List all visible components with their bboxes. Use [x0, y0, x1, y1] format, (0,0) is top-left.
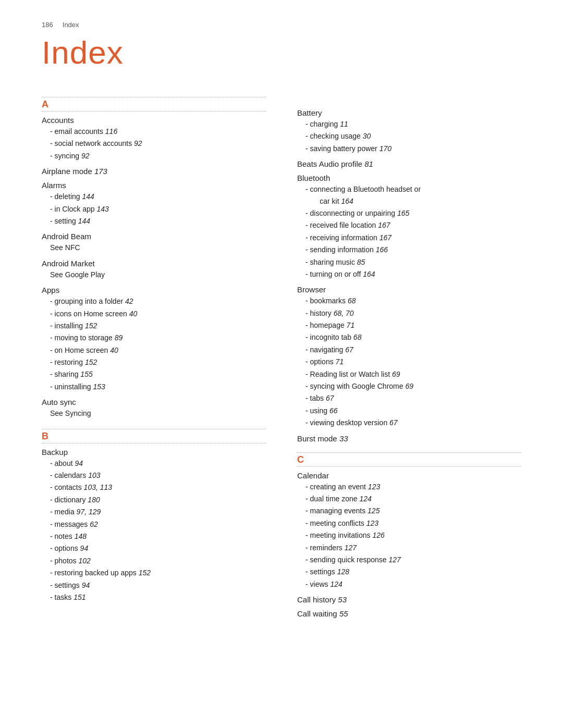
- entry-sub: - messages 62: [42, 519, 266, 530]
- section-letter-b: B: [42, 429, 266, 443]
- entry-sub: - options 71: [297, 356, 521, 367]
- entry-sub: - restoring backed up apps 152: [42, 567, 266, 578]
- entry-sub: - managing events 125: [297, 505, 521, 516]
- entry-main-backup: Backup: [42, 448, 266, 456]
- entry-sub: - settings 94: [42, 579, 266, 591]
- section-battery-area: Battery - charging 11 - checking usage 3…: [297, 97, 521, 443]
- entry-main-browser: Browser: [297, 285, 521, 294]
- entry-sub: - turning on or off 164: [297, 268, 521, 280]
- entry-sub: - disconnecting or unpairing 165: [297, 207, 521, 219]
- entry-sub: - social network accounts 92: [42, 138, 266, 149]
- entry-sub: - in Clock app 143: [42, 203, 266, 215]
- entry-main-airplane-mode: Airplane mode 173: [42, 167, 266, 176]
- page-number: 186: [42, 21, 53, 29]
- entry-sub: - options 94: [42, 542, 266, 554]
- entry-sub: - calendars 103: [42, 470, 266, 481]
- entry-sub: - bookmarks 68: [297, 295, 521, 306]
- entry-sub: - settings 128: [297, 566, 521, 577]
- entry-apps: Apps - grouping into a folder 42 - icons…: [42, 286, 266, 392]
- entry-browser: Browser - bookmarks 68 - history 68, 70 …: [297, 285, 521, 428]
- entry-calendar: Calendar - creating an event 123 - dual …: [297, 471, 521, 590]
- entry-sub: - notes 148: [42, 530, 266, 542]
- entry-sub: - grouping into a folder 42: [42, 295, 266, 307]
- section-letter-a: A: [42, 97, 266, 112]
- section-c: C Calendar - creating an event 123 - dua…: [297, 452, 521, 619]
- entry-burst-mode: Burst mode 33: [297, 434, 521, 443]
- entry-sub: - syncing with Google Chrome 69: [297, 380, 521, 392]
- index-content: A Accounts - email accounts 116 - social…: [42, 97, 521, 627]
- section-letter-c: C: [297, 452, 521, 467]
- entry-sub: - tasks 151: [42, 591, 266, 603]
- entry-sub: - sending quick response 127: [297, 554, 521, 565]
- page-header: 186 Index: [42, 21, 521, 29]
- entry-sub: - dual time zone 124: [297, 493, 521, 504]
- entry-sub: - sharing music 85: [297, 256, 521, 268]
- page-title: Index: [42, 34, 521, 71]
- entry-alarms: Alarms - deleting 144 - in Clock app 143…: [42, 181, 266, 227]
- entry-sub: - sending information 166: [297, 244, 521, 255]
- entry-battery: Battery - charging 11 - checking usage 3…: [297, 108, 521, 154]
- entry-see-nfc: See NFC: [42, 242, 266, 253]
- entry-sub: - navigating 67: [297, 344, 521, 355]
- entry-see-syncing: See Syncing: [42, 408, 266, 419]
- entry-main-alarms: Alarms: [42, 181, 266, 190]
- entry-sub: - syncing 92: [42, 150, 266, 162]
- entry-main-auto-sync: Auto sync: [42, 398, 266, 406]
- entry-sub: - about 94: [42, 458, 266, 469]
- entry-main-android-beam: Android Beam: [42, 232, 266, 241]
- entry-call-waiting: Call waiting 55: [297, 609, 521, 618]
- entry-android-beam: Android Beam See NFC: [42, 232, 266, 253]
- entry-main-beats-audio: Beats Audio profile 81: [297, 159, 521, 168]
- entry-call-history: Call history 53: [297, 595, 521, 604]
- entry-sub: - using 66: [297, 405, 521, 416]
- entry-sub: - meeting invitations 126: [297, 529, 521, 541]
- entry-sub: - saving battery power 170: [297, 143, 521, 154]
- entry-sub: - viewing desktop version 67: [297, 417, 521, 428]
- entry-sub: - history 68, 70: [297, 307, 521, 319]
- entry-sub: - media 97, 129: [42, 506, 266, 517]
- entry-sub: - incognito tab 68: [297, 331, 521, 343]
- entry-main-accounts: Accounts: [42, 116, 266, 125]
- entry-sub: - receiving information 167: [297, 232, 521, 243]
- entry-auto-sync: Auto sync See Syncing: [42, 398, 266, 419]
- entry-airplane-mode: Airplane mode 173: [42, 167, 266, 176]
- entry-main-call-waiting: Call waiting 55: [297, 609, 521, 618]
- entry-sub: - contacts 103, 113: [42, 482, 266, 493]
- entry-see-google-play: See Google Play: [42, 269, 266, 280]
- entry-sub: - reminders 127: [297, 542, 521, 553]
- header-title: Index: [63, 21, 79, 29]
- entry-sub: - charging 11: [297, 118, 521, 130]
- entry-sub: - homepage 71: [297, 319, 521, 331]
- entry-sub: - Reading list or Watch list 69: [297, 368, 521, 380]
- entry-main-apps: Apps: [42, 286, 266, 294]
- entry-beats-audio: Beats Audio profile 81: [297, 159, 521, 168]
- entry-main-bluetooth: Bluetooth: [297, 174, 521, 182]
- entry-sub: - tabs 67: [297, 392, 521, 404]
- entry-main-call-history: Call history 53: [297, 595, 521, 604]
- entry-sub: - views 124: [297, 578, 521, 590]
- entry-sub: - installing 152: [42, 320, 266, 331]
- entry-main-battery: Battery: [297, 108, 521, 117]
- right-column: Battery - charging 11 - checking usage 3…: [297, 97, 521, 627]
- entry-bluetooth: Bluetooth - connecting a Bluetooth heads…: [297, 174, 521, 280]
- entry-sub: - received file location 167: [297, 219, 521, 231]
- entry-main-calendar: Calendar: [297, 471, 521, 480]
- entry-sub: - photos 102: [42, 555, 266, 566]
- entry-sub: - meeting conflicts 123: [297, 517, 521, 529]
- entry-sub: - creating an event 123: [297, 481, 521, 492]
- entry-sub: - connecting a Bluetooth headset or car …: [297, 183, 521, 207]
- left-column: A Accounts - email accounts 116 - social…: [42, 97, 266, 627]
- entry-sub: - deleting 144: [42, 191, 266, 202]
- entry-sub: - sharing 155: [42, 368, 266, 380]
- entry-sub: - restoring 152: [42, 356, 266, 368]
- entry-main-android-market: Android Market: [42, 259, 266, 268]
- entry-sub: - on Home screen 40: [42, 344, 266, 356]
- entry-sub: - moving to storage 89: [42, 332, 266, 343]
- entry-sub: - email accounts 116: [42, 126, 266, 137]
- entry-backup: Backup - about 94 - calendars 103 - cont…: [42, 448, 266, 603]
- section-b: B Backup - about 94 - calendars 103 - co…: [42, 429, 266, 603]
- entry-accounts: Accounts - email accounts 116 - social n…: [42, 116, 266, 162]
- entry-android-market: Android Market See Google Play: [42, 259, 266, 280]
- entry-sub: - checking usage 30: [297, 130, 521, 142]
- entry-sub: - uninstalling 153: [42, 381, 266, 392]
